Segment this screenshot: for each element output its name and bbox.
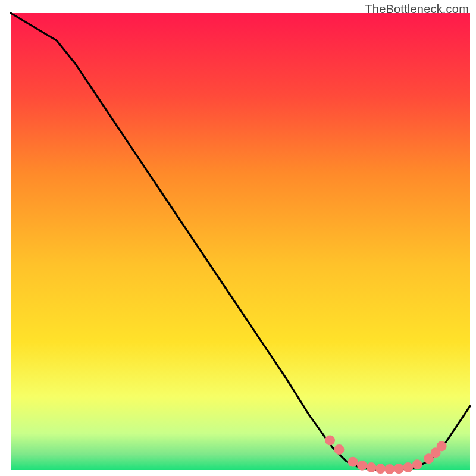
data-dot xyxy=(403,462,413,472)
data-dot xyxy=(357,461,367,471)
data-dot xyxy=(394,464,404,474)
data-dot xyxy=(384,464,394,474)
data-dot xyxy=(325,436,335,446)
watermark-text: TheBottleneck.com xyxy=(365,2,469,16)
data-dot xyxy=(367,462,377,472)
data-dot xyxy=(375,464,386,474)
gradient-background xyxy=(11,13,470,470)
chart-container: TheBottleneck.com xyxy=(0,0,476,476)
data-dot xyxy=(437,441,447,452)
data-dot xyxy=(412,459,422,469)
data-dot xyxy=(348,457,358,467)
data-dot xyxy=(334,444,344,455)
bottleneck-chart xyxy=(0,0,476,476)
